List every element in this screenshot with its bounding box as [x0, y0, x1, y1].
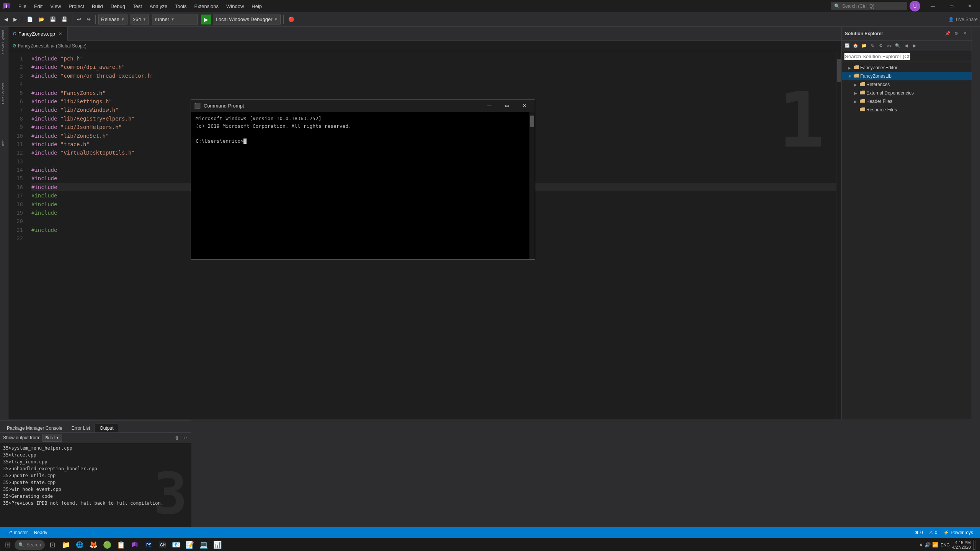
taskbar-github[interactable]: GH	[156, 538, 169, 551]
editor-vscrollbar[interactable]	[836, 51, 841, 419]
se-node-external-dependencies[interactable]: ▶External Dependencies	[842, 89, 972, 97]
se-icon-toolbar: 🔄 🏠 📁 ↻ ⚙ <> 🔍 ◀ ▶	[842, 41, 972, 51]
menu-debug[interactable]: Debug	[107, 2, 129, 11]
speaker-icon[interactable]: 🔊	[924, 542, 931, 548]
menu-build[interactable]: Build	[88, 2, 107, 11]
menu-tools[interactable]: Tools	[171, 2, 190, 11]
se-settings-button[interactable]: ⚙	[952, 30, 960, 37]
se-node-resource-files[interactable]: Resource Files	[842, 106, 972, 114]
start-button[interactable]: ⊞	[2, 539, 14, 551]
errors-indicator[interactable]: ✖ 0	[912, 527, 926, 538]
menu-file[interactable]: File	[15, 2, 30, 11]
taskbar-chrome[interactable]: 🟢	[101, 538, 114, 551]
run-config-dropdown[interactable]: Local Windows Debugger ▼	[213, 15, 280, 24]
taskbar-firefox[interactable]: 🦊	[87, 538, 100, 551]
taskbar-outlook[interactable]: 📧	[170, 538, 183, 551]
menu-edit[interactable]: Edit	[30, 2, 46, 11]
maximize-button[interactable]: ▭	[942, 0, 960, 12]
ready-status[interactable]: Ready	[31, 527, 51, 538]
breakpoint-button[interactable]: 🔴	[286, 15, 296, 24]
menu-search-box[interactable]: 🔍 Search (Ctrl+Q)	[831, 2, 907, 10]
forward-button[interactable]: ▶	[11, 15, 19, 24]
menu-view[interactable]: View	[46, 2, 65, 11]
cmd-scrollbar[interactable]	[529, 112, 535, 259]
data-sources-tab[interactable]: Data Sources	[0, 80, 8, 107]
breadcrumb-project[interactable]: FancyZonesLib	[18, 43, 49, 49]
taskbar-app-extra[interactable]: 📝	[183, 538, 196, 551]
cmd-maximize[interactable]: ▭	[500, 100, 514, 111]
se-back-button[interactable]: ◀	[902, 42, 910, 50]
tab-output[interactable]: Output	[95, 424, 118, 432]
new-file-button[interactable]: 📄	[25, 15, 35, 24]
se-show-all-files[interactable]: 📁	[860, 42, 868, 50]
cmd-window[interactable]: ⬛ Command Prompt — ▭ ✕ Microsoft Windows…	[191, 99, 535, 260]
minimize-button[interactable]: —	[924, 0, 942, 12]
project-dropdown[interactable]: runner ▼	[152, 15, 198, 24]
back-button[interactable]: ◀	[2, 15, 10, 24]
se-forward-button[interactable]: ▶	[911, 42, 918, 50]
se-node-fancyzoneslib[interactable]: ▼FancyZonesLib	[842, 72, 972, 80]
vscroll-thumb[interactable]	[837, 59, 841, 82]
menu-project[interactable]: Project	[65, 2, 88, 11]
server-explorer-tab[interactable]: Server Explorer	[0, 27, 8, 57]
taskbar-powershell[interactable]: PS	[142, 538, 155, 551]
test-tab[interactable]: Test	[0, 137, 8, 150]
active-tab[interactable]: C FancyZones.cpp ✕	[8, 27, 68, 41]
cmd-minimize[interactable]: —	[482, 100, 497, 111]
user-avatar[interactable]: U	[910, 1, 920, 11]
save-button[interactable]: 💾	[48, 15, 58, 24]
se-node-fancyzoneseditor[interactable]: ▶FancyZonesEditor	[842, 64, 972, 72]
language-indicator[interactable]: ENG	[941, 543, 950, 547]
output-toggle-wrap-button[interactable]: ↩	[181, 434, 188, 441]
taskbar-vs[interactable]	[128, 538, 141, 551]
se-node-header-files[interactable]: ▶Header Files	[842, 97, 972, 106]
live-share-button[interactable]: 👤 Live Share	[948, 17, 978, 22]
menu-extensions[interactable]: Extensions	[190, 2, 222, 11]
taskbar-edge[interactable]: 🌐	[73, 538, 86, 551]
cmd-close[interactable]: ✕	[517, 100, 532, 111]
se-properties-button[interactable]: ⚙	[877, 42, 885, 50]
menu-test[interactable]: Test	[129, 2, 146, 11]
output-clear-button[interactable]: 🗑	[173, 434, 180, 441]
open-file-button[interactable]: 📂	[36, 15, 46, 24]
se-pin-button[interactable]: 📌	[944, 30, 952, 37]
network-icon[interactable]: 📶	[932, 542, 938, 548]
cmd-scroll-thumb[interactable]	[530, 116, 534, 127]
taskbar-task-view[interactable]: ⊡	[46, 538, 59, 551]
git-branch-indicator[interactable]: ⎇ master	[4, 527, 31, 538]
save-all-button[interactable]: 💾	[59, 15, 69, 24]
close-button[interactable]: ✕	[961, 0, 978, 12]
se-sync-button[interactable]: 🔄	[843, 42, 851, 50]
tab-package-manager[interactable]: Package Manager Console	[2, 424, 67, 432]
cmd-body[interactable]: Microsoft Windows [Version 10.0.18363.75…	[191, 112, 535, 259]
se-close-button[interactable]: ✕	[961, 30, 969, 37]
se-search-input[interactable]	[844, 53, 910, 60]
tab-error-list[interactable]: Error List	[67, 424, 95, 432]
warnings-indicator[interactable]: ⚠ 0	[926, 527, 941, 538]
menu-analyze[interactable]: Analyze	[146, 2, 171, 11]
taskbar-search[interactable]: 🔍 Search	[15, 540, 45, 550]
se-refresh-button[interactable]: ↻	[869, 42, 876, 50]
menu-window[interactable]: Window	[222, 2, 248, 11]
se-search-button[interactable]: 🔍	[894, 42, 902, 50]
tab-close-button[interactable]: ✕	[57, 31, 63, 36]
menu-help[interactable]: Help	[248, 2, 266, 11]
redo-button[interactable]: ↪	[85, 15, 93, 24]
se-node-references[interactable]: ▶References	[842, 80, 972, 89]
undo-button[interactable]: ↩	[75, 15, 83, 24]
taskbar-explorer[interactable]: 📁	[59, 538, 72, 551]
se-home-button[interactable]: 🏠	[852, 42, 859, 50]
chevron-up-icon[interactable]: ∧	[919, 542, 923, 548]
se-view-code-button[interactable]: <>	[885, 42, 893, 50]
taskbar-notepad[interactable]: 📋	[114, 538, 127, 551]
arch-dropdown[interactable]: x64 ▼	[131, 15, 149, 24]
taskbar-app-extra3[interactable]: 📊	[211, 538, 224, 551]
show-desktop-button[interactable]	[973, 540, 975, 550]
config-dropdown[interactable]: Release ▼	[98, 15, 127, 24]
powertoys-status[interactable]: ⚡ PowerToys	[940, 527, 976, 538]
output-source-dropdown[interactable]: Build ▼	[42, 434, 62, 442]
taskbar-app-extra2[interactable]: 💻	[197, 538, 210, 551]
taskbar-clock[interactable]: 4:15 PM 4/27/2020	[952, 540, 971, 549]
run-button[interactable]: ▶	[201, 15, 211, 24]
breadcrumb-scope[interactable]: (Global Scope)	[56, 43, 87, 49]
